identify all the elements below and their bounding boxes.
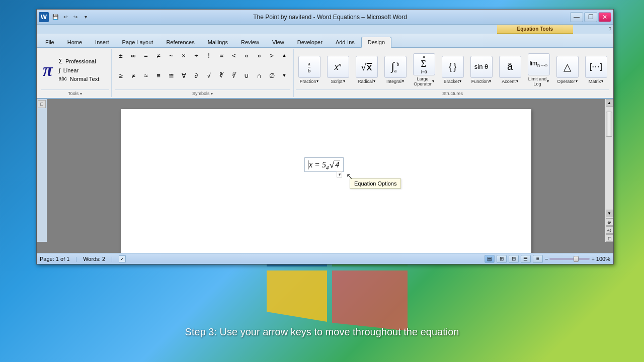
sym-tilde[interactable]: ~ (165, 50, 177, 61)
large-operator-button[interactable]: n Σ i=0 LargeOperator ▾ (413, 53, 435, 86)
save-quick-btn[interactable]: 💾 (51, 13, 60, 22)
draft-view-btn[interactable]: ≡ (533, 255, 543, 263)
tab-insert[interactable]: Insert (89, 36, 116, 47)
sym-cbrt[interactable]: ∛ (215, 70, 227, 81)
limit-dropdown[interactable]: ▾ (547, 79, 549, 83)
radical-button[interactable]: √x̅ Radical ▾ (356, 56, 378, 84)
script-button[interactable]: xn Script ▾ (327, 56, 349, 84)
sym-gt[interactable]: > (266, 50, 278, 61)
sym-4rt[interactable]: ∜ (228, 70, 240, 81)
sym-eq[interactable]: = (140, 50, 152, 61)
equation-box[interactable]: x = 5 4√4 ▾ (304, 157, 344, 172)
tab-add-ins[interactable]: Add-Ins (329, 36, 361, 47)
scroll-thumb[interactable] (606, 112, 612, 137)
equation-dropdown-arrow[interactable]: ▾ (337, 171, 342, 177)
sym-times[interactable]: × (178, 50, 190, 61)
tools-group: π Σ Professional ∫ Linear abc Normal Tex… (39, 49, 112, 97)
sym-approx[interactable]: ≈ (140, 70, 152, 81)
sym-cong[interactable]: ≅ (165, 70, 177, 81)
script-dropdown[interactable]: ▾ (343, 79, 345, 83)
equation-options-tooltip[interactable]: Equation Options (350, 178, 401, 189)
sym-empty[interactable]: ∅ (266, 70, 278, 81)
professional-btn[interactable]: Σ Professional (57, 57, 102, 66)
tab-view[interactable]: View (266, 36, 291, 47)
sym-excl[interactable]: ! (203, 50, 215, 61)
tools-group-expand[interactable]: ▾ (80, 92, 82, 96)
zoom-out-btn[interactable]: − (545, 256, 548, 262)
tab-design[interactable]: Design (361, 37, 391, 48)
sym-cap[interactable]: ∩ (253, 70, 265, 81)
sym-sqrt[interactable]: √ (203, 70, 215, 81)
minimize-button[interactable]: — (570, 12, 583, 22)
spelling-check-btn[interactable]: ✓ (119, 255, 126, 262)
zoom-slider[interactable] (549, 258, 590, 260)
tab-home[interactable]: Home (61, 36, 89, 47)
help-icon[interactable]: ? (608, 27, 611, 32)
sym-neq[interactable]: ≠ (152, 50, 165, 61)
operator-dropdown[interactable]: ▾ (576, 79, 578, 83)
status-bar: Page: 1 of 1 | Words: 2 | ✓ ▤ ⊞ ⊟ ☰ ≡ − … (37, 253, 613, 264)
side-tool-1[interactable]: ⊕ (606, 218, 613, 226)
sym-equiv[interactable]: ≡ (152, 70, 165, 81)
sym-inf[interactable]: ∞ (127, 50, 139, 61)
sym-forall[interactable]: ∀ (178, 70, 190, 81)
side-tool-2[interactable]: ◎ (606, 226, 613, 234)
print-view-btn[interactable]: ▤ (485, 255, 495, 263)
integral-button[interactable]: ∫ab Integral ▾ (384, 56, 407, 84)
accent-dropdown[interactable]: ▾ (516, 79, 518, 83)
full-screen-btn[interactable]: ⊞ (497, 255, 507, 263)
function-dropdown[interactable]: ▾ (489, 79, 491, 83)
large-op-dropdown[interactable]: ▾ (432, 79, 434, 83)
restore-button[interactable]: ❐ (584, 12, 597, 22)
sym-div[interactable]: ÷ (190, 50, 202, 61)
sym-ne2[interactable]: ≠ (127, 70, 139, 81)
sym-scroll-down[interactable]: ▼ (278, 70, 290, 81)
zoom-area: − + 100% (545, 256, 610, 262)
symbols-group-expand[interactable]: ▾ (211, 92, 213, 96)
operator-button[interactable]: △ Operator ▾ (556, 56, 579, 84)
words-status: Words: 2 (83, 256, 105, 262)
sym-lt[interactable]: < (228, 50, 240, 61)
accent-button[interactable]: ä Accent ▾ (499, 56, 521, 84)
function-button[interactable]: sin θ Function ▾ (470, 56, 493, 84)
more-quick-btn[interactable]: ▾ (81, 13, 90, 22)
radical-dropdown[interactable]: ▾ (373, 79, 375, 83)
integral-dropdown[interactable]: ▾ (402, 79, 404, 83)
sym-raquo[interactable]: » (253, 50, 265, 61)
sym-scroll-up[interactable]: ▲ (278, 50, 290, 61)
sym-pm[interactable]: ± (115, 50, 127, 61)
bracket-dropdown[interactable]: ▾ (459, 79, 461, 83)
sym-partial[interactable]: ∂ (190, 70, 202, 81)
bracket-button[interactable]: {} Bracket ▾ (442, 56, 464, 84)
fraction-dropdown[interactable]: ▾ (316, 79, 318, 83)
left-ruler: □ (37, 99, 47, 242)
zoom-thumb[interactable] (574, 256, 579, 262)
sym-ge[interactable]: ≥ (115, 70, 127, 81)
side-tool-3[interactable]: ◻ (606, 234, 613, 242)
outline-view-btn[interactable]: ☰ (521, 255, 531, 263)
close-button[interactable]: ✕ (598, 12, 611, 22)
scroll-up-arrow[interactable]: ▲ (606, 99, 613, 107)
sym-prop[interactable]: ∝ (215, 50, 227, 61)
limit-log-button[interactable]: limn→∞ Limit andLog ▾ (528, 53, 550, 86)
sym-cup[interactable]: ∪ (240, 70, 253, 81)
tab-developer[interactable]: Developer (291, 36, 329, 47)
fraction-button[interactable]: a b Fraction ▾ (298, 56, 320, 84)
ruler-corner[interactable]: □ (38, 100, 46, 108)
scroll-down-arrow[interactable]: ▼ (606, 210, 613, 217)
matrix-dropdown[interactable]: ▾ (601, 79, 603, 83)
matrix-button[interactable]: [⋯] Matrix ▾ (585, 56, 607, 84)
equation-pi-symbol[interactable]: π (41, 59, 55, 80)
sym-laquo[interactable]: « (240, 50, 253, 61)
tab-references[interactable]: References (159, 36, 201, 47)
undo-quick-btn[interactable]: ↩ (61, 13, 70, 22)
zoom-in-btn[interactable]: + (591, 256, 594, 262)
normal-text-btn[interactable]: abc Normal Text (57, 75, 102, 83)
tab-page-layout[interactable]: Page Layout (116, 36, 160, 47)
linear-btn[interactable]: ∫ Linear (57, 66, 102, 74)
tab-mailings[interactable]: Mailings (201, 36, 234, 47)
web-view-btn[interactable]: ⊟ (509, 255, 519, 263)
tab-file[interactable]: File (39, 36, 61, 47)
redo-quick-btn[interactable]: ↪ (71, 13, 80, 22)
tab-review[interactable]: Review (234, 36, 266, 47)
